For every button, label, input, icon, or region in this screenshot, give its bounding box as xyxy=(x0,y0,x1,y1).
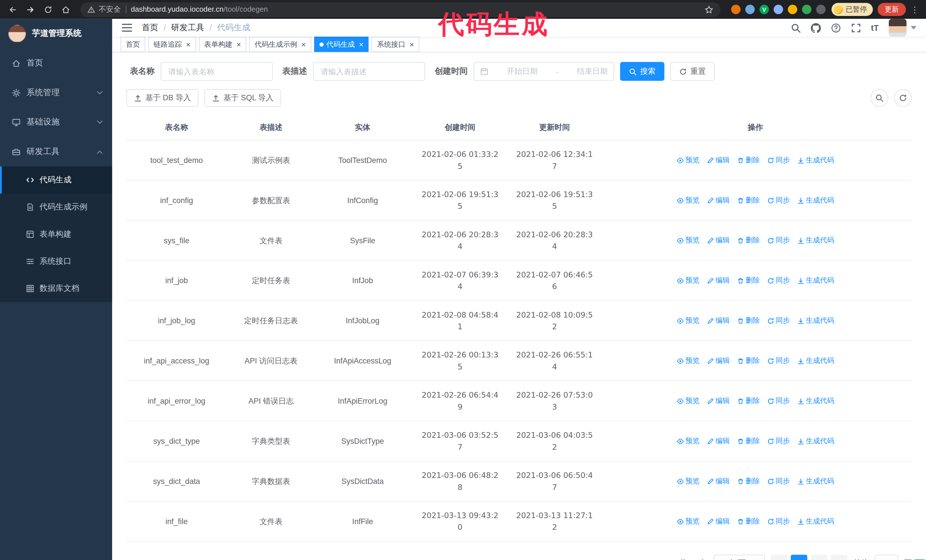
generate-code-link[interactable]: 生成代码 xyxy=(797,356,834,366)
edit-link[interactable]: 编辑 xyxy=(707,155,730,165)
reload-icon[interactable] xyxy=(40,2,56,17)
generate-code-link[interactable]: 生成代码 xyxy=(797,315,834,326)
sync-link[interactable]: 同步 xyxy=(767,195,790,205)
url-text[interactable]: dashboard.yudao.iocoder.cn/tool/codegen xyxy=(131,5,268,14)
generate-code-link[interactable]: 生成代码 xyxy=(797,516,834,527)
sync-paused-badge[interactable]: 已暂停 xyxy=(831,3,873,16)
back-icon[interactable] xyxy=(5,2,20,17)
generate-code-link[interactable]: 生成代码 xyxy=(797,275,834,285)
next-page-button[interactable]: › xyxy=(831,555,847,560)
delete-link[interactable]: 删除 xyxy=(737,436,760,446)
delete-link[interactable]: 删除 xyxy=(737,396,760,406)
extension-icon-blue[interactable] xyxy=(745,5,755,14)
delete-link[interactable]: 删除 xyxy=(737,476,760,486)
search-button[interactable]: 搜索 xyxy=(620,62,664,81)
breadcrumb-item[interactable]: 首页 xyxy=(142,23,158,33)
generate-code-link[interactable]: 生成代码 xyxy=(797,436,834,446)
sync-link[interactable]: 同步 xyxy=(767,436,790,446)
generate-code-link[interactable]: 生成代码 xyxy=(797,396,834,406)
delete-link[interactable]: 删除 xyxy=(737,155,760,165)
help-icon[interactable] xyxy=(831,23,841,33)
sidebar-subitem-codegen-example[interactable]: 代码生成示例 xyxy=(0,194,112,221)
page-button-2[interactable]: 2 xyxy=(811,555,828,560)
sync-link[interactable]: 同步 xyxy=(767,155,790,165)
sidebar-subitem-db-doc[interactable]: 数据库文档 xyxy=(0,275,112,302)
close-icon[interactable]: × xyxy=(409,41,414,48)
reset-button[interactable]: 重置 xyxy=(670,62,714,81)
sidebar-item-infrastructure[interactable]: 基础设施 xyxy=(0,107,112,137)
address-bar[interactable]: 不安全 dashboard.yudao.iocoder.cn/tool/code… xyxy=(80,2,720,17)
preview-link[interactable]: 预览 xyxy=(676,235,699,246)
edit-link[interactable]: 编辑 xyxy=(707,235,730,246)
page-button-1[interactable]: 1 xyxy=(791,555,807,560)
browser-home-icon[interactable] xyxy=(58,2,73,17)
fullscreen-icon[interactable] xyxy=(851,23,861,33)
github-icon[interactable] xyxy=(811,23,820,33)
preview-link[interactable]: 预览 xyxy=(676,356,699,366)
generate-code-link[interactable]: 生成代码 xyxy=(797,155,834,165)
extension-icon-people[interactable] xyxy=(773,5,783,14)
preview-link[interactable]: 预览 xyxy=(676,315,699,326)
edit-link[interactable]: 编辑 xyxy=(707,516,730,527)
preview-link[interactable]: 预览 xyxy=(676,396,699,406)
table-name-input[interactable] xyxy=(161,62,273,81)
security-chip[interactable]: 不安全 xyxy=(88,5,121,15)
tab-system-api[interactable]: 系统接口 × xyxy=(372,36,419,52)
edit-link[interactable]: 编辑 xyxy=(707,356,730,366)
delete-link[interactable]: 删除 xyxy=(737,516,760,527)
extension-icon-green-v[interactable]: V xyxy=(759,5,769,14)
bookmark-star-icon[interactable] xyxy=(705,5,713,14)
sidebar-subitem-system-api[interactable]: 系统接口 xyxy=(0,248,112,275)
generate-code-link[interactable]: 生成代码 xyxy=(797,476,834,486)
sync-link[interactable]: 同步 xyxy=(767,235,790,246)
sidebar-item-dev-tools[interactable]: 研发工具 xyxy=(0,137,112,167)
sync-link[interactable]: 同步 xyxy=(767,356,790,366)
tab-codegen[interactable]: 代码生成 × xyxy=(314,36,369,52)
date-range-picker[interactable]: 开始日期 - 结束日期 xyxy=(474,62,614,81)
search-icon[interactable] xyxy=(791,23,800,33)
tab-form-build[interactable]: 表单构建 × xyxy=(199,36,247,52)
edit-link[interactable]: 编辑 xyxy=(707,476,730,486)
import-db-button[interactable]: 基于 DB 导入 xyxy=(127,89,198,107)
sync-link[interactable]: 同步 xyxy=(767,315,790,326)
extension-icon-yellow[interactable] xyxy=(788,5,797,14)
sync-link[interactable]: 同步 xyxy=(767,396,790,406)
extension-icon-orange[interactable] xyxy=(731,5,740,14)
hamburger-icon[interactable] xyxy=(122,23,132,32)
prev-page-button[interactable]: ‹ xyxy=(771,555,787,560)
preview-link[interactable]: 预览 xyxy=(676,275,699,285)
edit-link[interactable]: 编辑 xyxy=(707,275,730,285)
close-icon[interactable]: × xyxy=(301,41,306,48)
forward-icon[interactable] xyxy=(23,2,38,17)
generate-code-link[interactable]: 生成代码 xyxy=(797,195,834,205)
sidebar-subitem-form-build[interactable]: 表单构建 xyxy=(0,221,112,248)
breadcrumb-item[interactable]: 研发工具 xyxy=(171,23,204,33)
sync-link[interactable]: 同步 xyxy=(767,516,790,527)
sync-link[interactable]: 同步 xyxy=(767,476,790,486)
import-sql-button[interactable]: 基于 SQL 导入 xyxy=(204,89,281,107)
preview-link[interactable]: 预览 xyxy=(676,436,699,446)
tab-tracing[interactable]: 链路追踪 × xyxy=(148,36,196,52)
font-size-icon[interactable]: tT xyxy=(871,24,879,32)
edit-link[interactable]: 编辑 xyxy=(707,315,730,326)
logo-row[interactable]: 芋道管理系统 xyxy=(0,19,112,48)
update-button[interactable]: 更新 xyxy=(878,3,906,16)
page-size-select[interactable]: 10条/页 xyxy=(713,555,765,560)
preview-link[interactable]: 预览 xyxy=(676,476,699,486)
edit-link[interactable]: 编辑 xyxy=(707,436,730,446)
extension-icon-leaf[interactable] xyxy=(802,5,811,14)
delete-link[interactable]: 删除 xyxy=(737,275,760,285)
extension-icon-puzzle[interactable] xyxy=(816,5,825,14)
preview-link[interactable]: 预览 xyxy=(676,195,699,205)
close-icon[interactable]: × xyxy=(359,41,363,48)
delete-link[interactable]: 删除 xyxy=(737,195,760,205)
delete-link[interactable]: 删除 xyxy=(737,356,760,366)
generate-code-link[interactable]: 生成代码 xyxy=(797,235,834,246)
browser-menu-icon[interactable]: ⋮ xyxy=(908,5,921,14)
preview-link[interactable]: 预览 xyxy=(676,516,699,527)
table-desc-input[interactable] xyxy=(313,62,425,81)
preview-link[interactable]: 预览 xyxy=(676,155,699,165)
edit-link[interactable]: 编辑 xyxy=(707,396,730,406)
goto-page-input[interactable] xyxy=(875,555,898,560)
toggle-search-button[interactable] xyxy=(870,89,888,107)
